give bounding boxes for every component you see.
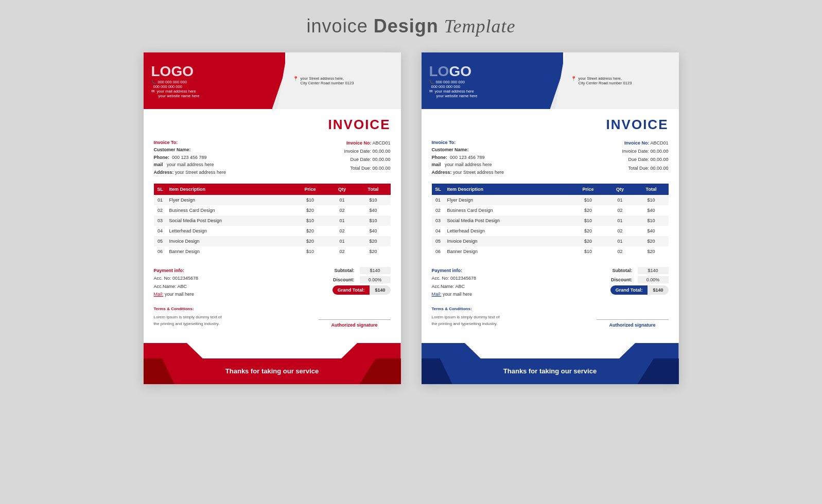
table-row: 01Flyer Design$1001$10 xyxy=(432,195,669,205)
invoice-details-red: Invoice No: ABCD01 Invoice Date: 00.00.0… xyxy=(344,139,390,176)
totals-red: Subtotal: $140 Discount: 0.00% Grand Tot… xyxy=(324,267,391,298)
invoice-table-red: SL Item Description Price Qty Total 01Fl… xyxy=(154,184,391,257)
invoice-title-red: INVOICE xyxy=(328,117,391,133)
totals-blue: Subtotal: $140 Discount: 0.00% Grand Tot… xyxy=(602,267,669,298)
invoice-footer-red: Thanks for taking our service xyxy=(144,343,401,384)
payment-info-blue: Payment info: Acc. No: 0012345678 Acc.Na… xyxy=(432,267,477,298)
logo-blue: LOGO xyxy=(429,63,471,80)
th-sl-blue: SL xyxy=(432,184,445,195)
th-desc-red: Item Description xyxy=(167,184,292,195)
addr1-red: your Street address here, xyxy=(301,76,354,81)
table-row: 02Business Card Design$2002$40 xyxy=(154,205,391,215)
phone-red: 📞 000 000 000 000 xyxy=(151,80,187,84)
website-blue: your website name here xyxy=(436,94,478,98)
th-price-red: Price xyxy=(292,184,328,195)
invoice-info-blue: Invoice To: Customer Name: Phone: 000 12… xyxy=(432,139,669,176)
table-row: 06Banner Design$1002$20 xyxy=(154,246,391,257)
page-title: invoice Design Template xyxy=(307,15,516,37)
payment-section-red: Payment info: Acc. No: 0012345678 Acc.Na… xyxy=(154,267,391,298)
invoice-footer-blue: Thanks for taking our service xyxy=(422,343,679,384)
addr1-blue: your Street address here, xyxy=(579,76,632,81)
invoice-title-blue: INVOICE xyxy=(606,117,669,133)
terms-info-red: Terms & Conditions: Lorem Ipsum is simpl… xyxy=(154,306,222,327)
invoice-info-red: Invoice To: Customer Name: Phone: 000 12… xyxy=(154,139,391,176)
addr2-blue: City Center Road number 0123 xyxy=(579,81,632,85)
header-left-blue: LOGO 📞 000 000 000 000 000 000 000 000 ✉… xyxy=(422,52,563,109)
terms-section-red: Terms & Conditions: Lorem Ipsum is simpl… xyxy=(154,306,391,327)
phone2-red: 000 000 000 000 xyxy=(151,84,182,89)
th-price-blue: Price xyxy=(570,184,606,195)
invoice-table-blue: SL Item Description Price Qty Total 01Fl… xyxy=(432,184,669,257)
th-desc-blue: Item Description xyxy=(445,184,570,195)
table-row: 02Business Card Design$2002$40 xyxy=(432,205,669,215)
payment-section-blue: Payment info: Acc. No: 0012345678 Acc.Na… xyxy=(432,267,669,298)
email-blue: ✉ your mail address here xyxy=(429,89,474,94)
email-red: ✉ your mail address here xyxy=(151,89,196,94)
website-red: your website name here xyxy=(159,94,200,98)
invoice-header-red: LOGO 📞 000 000 000 000 000 000 000 000 ✉… xyxy=(144,52,401,109)
terms-section-blue: Terms & Conditions: Lorem Ipsum is simpl… xyxy=(432,306,669,327)
table-row: 03Social Media Post Design$1001$10 xyxy=(154,215,391,226)
grand-total-badge-blue: Grand Total: $140 xyxy=(610,285,669,295)
signature-red: Authorized signature xyxy=(319,319,391,328)
bill-to-red: Invoice To: Customer Name: Phone: 000 12… xyxy=(154,139,226,176)
invoices-container: LOGO 📞 000 000 000 000 000 000 000 000 ✉… xyxy=(10,52,812,384)
invoice-details-blue: Invoice No: ABCD01 Invoice Date: 00.00.0… xyxy=(622,139,668,176)
signature-blue: Authorized signature xyxy=(597,319,669,328)
header-left-red: LOGO 📞 000 000 000 000 000 000 000 000 ✉… xyxy=(144,52,285,109)
invoice-red: LOGO 📞 000 000 000 000 000 000 000 000 ✉… xyxy=(144,52,401,384)
invoice-header-blue: LOGO 📞 000 000 000 000 000 000 000 000 ✉… xyxy=(422,52,679,109)
table-row: 04Letterhead Design$2002$40 xyxy=(432,226,669,236)
invoice-body-blue: INVOICE Invoice To: Customer Name: Phone… xyxy=(422,109,679,343)
th-qty-red: Qty xyxy=(328,184,356,195)
th-sl-red: SL xyxy=(154,184,167,195)
th-total-blue: Total xyxy=(634,184,669,195)
table-row: 05Invoice Design$2001$20 xyxy=(154,236,391,246)
grand-total-badge-red: Grand Total: $140 xyxy=(333,285,391,295)
invoice-blue: LOGO 📞 000 000 000 000 000 000 000 000 ✉… xyxy=(422,52,679,384)
table-row: 01Flyer Design$1001$10 xyxy=(154,195,391,205)
th-qty-blue: Qty xyxy=(606,184,634,195)
table-row: 05Invoice Design$2001$20 xyxy=(432,236,669,246)
table-row: 03Social Media Post Design$1001$10 xyxy=(432,215,669,226)
invoice-body-red: INVOICE Invoice To: Customer Name: Phone… xyxy=(144,109,401,343)
footer-text-red: Thanks for taking our service xyxy=(225,367,319,375)
th-total-red: Total xyxy=(356,184,391,195)
payment-info-red: Payment info: Acc. No: 0012345678 Acc.Na… xyxy=(154,267,199,298)
table-row: 04Letterhead Design$2002$40 xyxy=(154,226,391,236)
bill-to-blue: Invoice To: Customer Name: Phone: 000 12… xyxy=(432,139,504,176)
table-row: 06Banner Design$1002$20 xyxy=(432,246,669,257)
terms-info-blue: Terms & Conditions: Lorem Ipsum is simpl… xyxy=(432,306,500,327)
addr2-red: City Center Road number 0123 xyxy=(301,81,354,85)
logo-red: LOGO xyxy=(151,63,194,80)
footer-text-blue: Thanks for taking our service xyxy=(503,367,597,375)
phone-blue: 📞 000 000 000 000 xyxy=(429,80,465,84)
